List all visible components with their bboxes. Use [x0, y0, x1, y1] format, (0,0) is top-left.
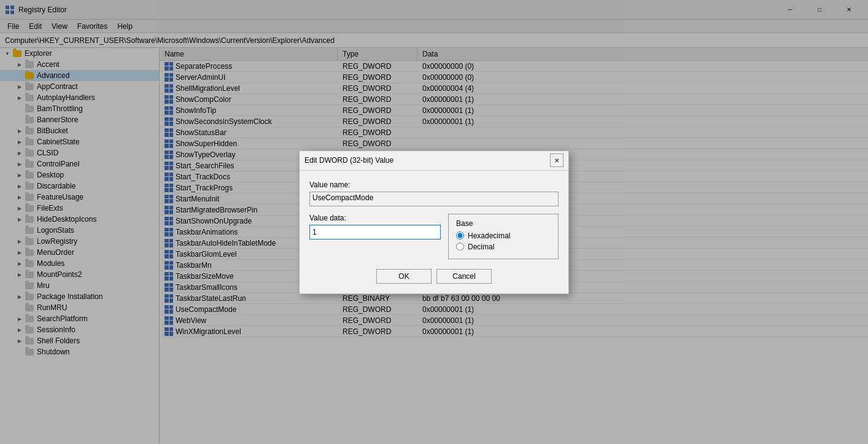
hexadecimal-label: Hexadecimal	[468, 232, 510, 240]
value-name-label: Value name:	[309, 181, 559, 189]
dialog-title: Edit DWORD (32-bit) Value	[304, 156, 550, 165]
cancel-button[interactable]: Cancel	[436, 269, 492, 284]
hexadecimal-radio[interactable]	[456, 232, 464, 240]
value-data-label: Value data:	[309, 214, 441, 222]
value-data-section: Value data:	[309, 214, 441, 240]
decimal-radio[interactable]	[456, 243, 464, 251]
value-data-input[interactable]	[309, 225, 441, 240]
dialog-overlay: Edit DWORD (32-bit) Value ✕ Value name: …	[0, 0, 868, 444]
decimal-option[interactable]: Decimal	[456, 243, 551, 251]
hexadecimal-option[interactable]: Hexadecimal	[456, 232, 551, 240]
dialog-buttons: OK Cancel	[309, 269, 559, 284]
base-label: Base	[456, 219, 551, 228]
dialog-main-row: Value data: Base Hexadecimal Decimal	[309, 214, 559, 259]
base-section: Base Hexadecimal Decimal	[448, 214, 559, 259]
decimal-label: Decimal	[468, 243, 494, 251]
edit-dword-dialog: Edit DWORD (32-bit) Value ✕ Value name: …	[299, 150, 569, 294]
dialog-title-bar: Edit DWORD (32-bit) Value ✕	[300, 151, 568, 171]
value-name-display: UseCompactMode	[309, 192, 559, 206]
ok-button[interactable]: OK	[376, 269, 432, 284]
dialog-close-button[interactable]: ✕	[550, 154, 564, 167]
dialog-body: Value name: UseCompactMode Value data: B…	[300, 171, 568, 294]
